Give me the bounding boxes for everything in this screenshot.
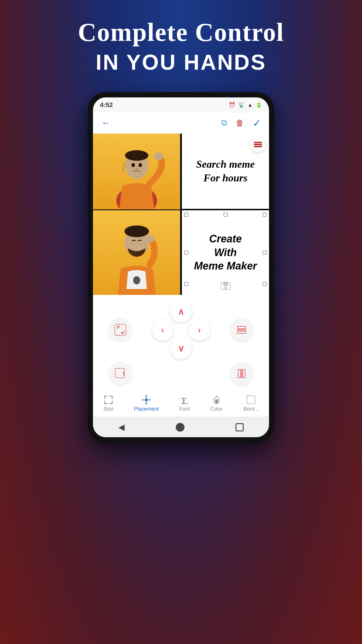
- tab-border-label: Bord...: [243, 406, 259, 412]
- dpad-up-button[interactable]: ∧: [170, 301, 192, 322]
- svg-rect-16: [115, 324, 126, 335]
- status-icons: ⏰ 📡 ▲ 🔋: [229, 102, 262, 108]
- svg-marker-15: [224, 288, 227, 289]
- tab-size[interactable]: Size: [99, 395, 118, 412]
- svg-rect-1: [254, 144, 262, 145]
- align-v-button[interactable]: [230, 362, 253, 385]
- meme-bottom-text: CreateWithMeme Maker: [194, 232, 257, 273]
- font-icon: T: [180, 395, 189, 405]
- handle-mid-left: [184, 251, 188, 255]
- svg-point-5: [125, 150, 148, 161]
- dpad-left-button[interactable]: ‹: [152, 319, 173, 341]
- svg-rect-23: [243, 370, 245, 378]
- meme-cell-bottom-right[interactable]: CreateWithMeme Maker: [181, 210, 269, 295]
- meme-cell-bottom-left: [93, 210, 181, 295]
- copy-button[interactable]: ⧉: [221, 118, 227, 128]
- svg-point-9: [133, 276, 140, 284]
- color-icon: [212, 395, 222, 405]
- status-time: 4:52: [100, 101, 113, 109]
- wifi-icon: 📡: [238, 102, 245, 108]
- app-toolbar: ← ⧉ 🗑 ✓: [93, 113, 269, 134]
- handle-top-center: [224, 213, 228, 217]
- svg-rect-20: [115, 368, 124, 378]
- meme-canvas: Search meme For hours: [93, 134, 269, 295]
- battery-icon: 🔋: [256, 102, 262, 108]
- hero-section: Complete Control in you hands: [78, 18, 284, 75]
- resize-icon[interactable]: [221, 282, 231, 292]
- meme-cell-top-left: [93, 134, 181, 209]
- svg-point-8: [138, 163, 142, 167]
- tab-placement[interactable]: Placement: [129, 395, 164, 412]
- svg-rect-22: [238, 370, 240, 378]
- nav-home-button[interactable]: [176, 423, 184, 432]
- control-panel: ∧ ‹ › ∨: [93, 295, 269, 391]
- svg-rect-31: [247, 396, 255, 404]
- tab-color[interactable]: Color: [205, 395, 227, 412]
- back-button[interactable]: ←: [101, 118, 110, 128]
- handle-bot-right: [263, 282, 267, 286]
- tab-placement-label: Placement: [134, 406, 159, 412]
- alarm-icon: ⏰: [229, 102, 235, 108]
- svg-rect-19: [238, 331, 246, 333]
- tab-color-label: Color: [210, 406, 223, 412]
- left-arrow-icon: ‹: [161, 325, 164, 335]
- border-icon: [246, 395, 256, 405]
- tab-font[interactable]: T Font: [175, 395, 194, 412]
- control-row-top: ∧ ‹ › ∨: [99, 301, 263, 359]
- control-row-bottom: [99, 362, 263, 385]
- size-icon: [103, 395, 113, 405]
- system-nav-bar: ◀: [93, 417, 269, 437]
- svg-rect-2: [254, 142, 262, 143]
- layers-button[interactable]: [250, 137, 266, 152]
- confirm-button[interactable]: ✓: [253, 117, 261, 129]
- handle-top-right: [263, 213, 267, 217]
- phone-device: 4:52 ⏰ 📡 ▲ 🔋 ← ⧉ 🗑 ✓: [88, 92, 274, 442]
- placement-icon: [141, 395, 151, 405]
- handle-bot-left: [184, 282, 188, 286]
- meme-row-top: Search meme For hours: [93, 134, 269, 210]
- tab-size-label: Size: [103, 406, 113, 412]
- status-bar: 4:52 ⏰ 📡 ▲ 🔋: [93, 97, 269, 113]
- svg-rect-0: [254, 146, 262, 147]
- drake-top-image: [93, 134, 180, 209]
- hero-line2: in you hands: [78, 50, 284, 75]
- svg-point-24: [145, 398, 148, 401]
- dpad-down-button[interactable]: ∨: [170, 337, 192, 359]
- handle-top-left: [184, 213, 188, 217]
- drake-bottom-image: [93, 210, 180, 295]
- svg-point-6: [154, 152, 163, 160]
- phone-screen: 4:52 ⏰ 📡 ▲ 🔋 ← ⧉ 🗑 ✓: [93, 97, 269, 437]
- svg-point-7: [131, 163, 135, 167]
- align-h-button[interactable]: [230, 318, 253, 342]
- handle-mid-right: [263, 251, 267, 255]
- tab-font-label: Font: [179, 406, 190, 412]
- nav-back-button[interactable]: ◀: [118, 422, 125, 432]
- delete-button[interactable]: 🗑: [236, 118, 244, 128]
- hero-line1: Complete Control: [78, 18, 284, 47]
- down-arrow-icon: ∨: [178, 343, 184, 354]
- dpad-right-button[interactable]: ›: [189, 319, 210, 341]
- dpad: ∧ ‹ › ∨: [152, 301, 210, 359]
- svg-rect-18: [238, 326, 246, 329]
- meme-top-text: Search meme For hours: [196, 158, 255, 185]
- tab-border[interactable]: Bord...: [239, 395, 263, 412]
- nav-recents-button[interactable]: [236, 423, 244, 431]
- up-arrow-icon: ∧: [178, 307, 184, 317]
- meme-row-bottom: CreateWithMeme Maker: [93, 210, 269, 295]
- tab-bar: Size Placement T Font: [93, 391, 269, 417]
- rotate-button[interactable]: [109, 362, 132, 385]
- right-arrow-icon: ›: [198, 325, 201, 335]
- resize-ctrl-button[interactable]: [109, 318, 132, 342]
- svg-point-11: [124, 225, 149, 237]
- signal-icon: ▲: [247, 102, 253, 108]
- toolbar-actions: ⧉ 🗑 ✓: [221, 117, 261, 129]
- svg-point-12: [146, 235, 155, 242]
- svg-marker-14: [224, 283, 227, 285]
